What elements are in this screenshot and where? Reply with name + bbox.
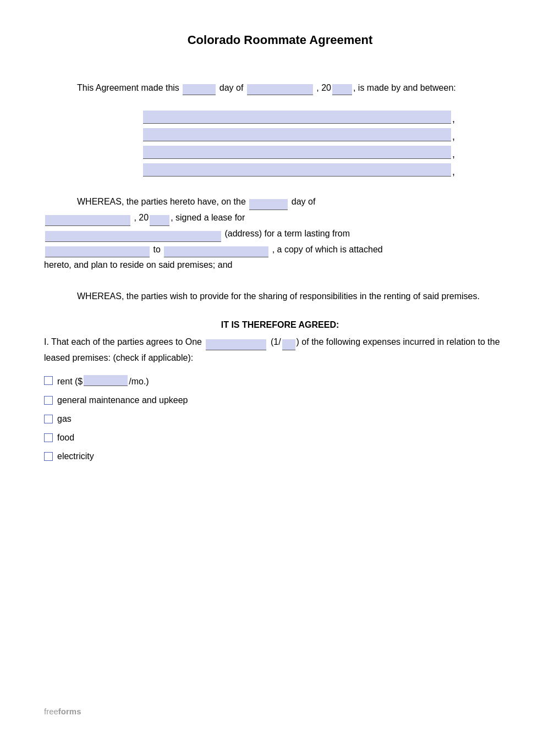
party-3-field[interactable]: [143, 146, 451, 159]
checkbox-gas-label: gas: [57, 415, 72, 423]
intro-text4: , is made by and between:: [353, 83, 456, 92]
year-field[interactable]: [332, 84, 352, 95]
whereas1-text4: , signed a lease for: [171, 213, 245, 222]
checkbox-food-box[interactable]: [44, 433, 53, 442]
whereas1-text7: , a copy of which is attached: [272, 245, 383, 254]
party-1-row: ,: [44, 111, 516, 124]
party-1-field[interactable]: [143, 111, 451, 124]
therefore-text1: I. That each of the parties agrees to On…: [44, 337, 202, 346]
checkbox-gas: gas: [44, 415, 516, 423]
party-2-comma: ,: [452, 131, 455, 141]
fraction-field[interactable]: [206, 339, 266, 350]
party-4-field[interactable]: [143, 163, 451, 177]
agreed-text: I. That each of the parties agrees to On…: [44, 334, 516, 366]
whereas1-year-field[interactable]: [150, 215, 169, 226]
party-3-row: ,: [44, 146, 516, 159]
whereas1-line1: WHEREAS, the parties hereto have, on the…: [44, 194, 516, 210]
whereas1-day-field[interactable]: [249, 199, 288, 210]
whereas1-text1: WHEREAS, the parties hereto have, on the: [77, 197, 246, 206]
whereas1-line3: (address) for a term lasting from: [44, 226, 516, 242]
day-field[interactable]: [183, 84, 216, 95]
party-2-row: ,: [44, 128, 516, 141]
month-field[interactable]: [247, 84, 313, 95]
checkbox-rent: rent ($/mo.): [44, 375, 516, 386]
whereas1-line2: , 20, signed a lease for: [44, 210, 516, 226]
checkbox-maintenance-label: general maintenance and upkeep: [57, 396, 188, 405]
whereas1-line5: hereto, and plan to reside on said premi…: [44, 257, 516, 273]
whereas1-text5: (address) for a term lasting from: [224, 229, 350, 238]
therefore-section: IT IS THEREFORE AGREED: I. That each of …: [44, 320, 516, 366]
party-4-comma: ,: [452, 167, 455, 177]
checkbox-food: food: [44, 433, 516, 442]
intro-paragraph: This Agreement made this day of , 20, is…: [44, 80, 516, 95]
checkbox-gas-box[interactable]: [44, 415, 53, 423]
checkbox-rent-label: rent ($/mo.): [57, 375, 149, 386]
checkbox-list: rent ($/mo.) general maintenance and upk…: [44, 375, 516, 461]
intro-text3: , 20: [316, 83, 331, 92]
party-3-comma: ,: [452, 149, 455, 159]
checkbox-maintenance-box[interactable]: [44, 396, 53, 405]
checkbox-food-label: food: [57, 433, 74, 442]
whereas1-address-field[interactable]: [45, 231, 221, 242]
checkbox-rent-box[interactable]: [44, 376, 53, 385]
checkbox-electricity-label: electricity: [57, 452, 94, 461]
therefore-title: IT IS THEREFORE AGREED:: [44, 320, 516, 330]
checkbox-electricity: electricity: [44, 452, 516, 461]
whereas2-text: WHEREAS, the parties wish to provide for…: [44, 289, 516, 305]
fraction-denominator-field[interactable]: [282, 339, 295, 350]
whereas1-section: WHEREAS, the parties hereto have, on the…: [44, 194, 516, 273]
whereas1-text2: day of: [292, 197, 316, 206]
whereas1-term-start-field[interactable]: [45, 246, 150, 257]
whereas1-text6: to: [153, 245, 163, 254]
whereas1-term-end-field[interactable]: [164, 246, 268, 257]
intro-text2: day of: [219, 83, 244, 92]
footer-free: free: [44, 707, 58, 716]
whereas1-line4: to , a copy of which is attached: [44, 242, 516, 258]
party-2-field[interactable]: [143, 128, 451, 141]
whereas2-section: WHEREAS, the parties wish to provide for…: [44, 289, 516, 305]
party-4-row: ,: [44, 163, 516, 177]
therefore-text2: (1/: [271, 337, 281, 346]
whereas1-month-field[interactable]: [45, 215, 130, 226]
freeforms-footer: freeforms: [44, 707, 81, 716]
whereas1-text3: , 20: [134, 213, 149, 222]
checkbox-electricity-box[interactable]: [44, 452, 53, 461]
party-1-comma: ,: [452, 114, 455, 124]
intro-text1: This Agreement made this: [77, 83, 179, 92]
document-title: Colorado Roommate Agreement: [44, 33, 516, 47]
checkbox-maintenance: general maintenance and upkeep: [44, 396, 516, 405]
rent-amount-field[interactable]: [84, 375, 128, 386]
footer-forms: forms: [58, 707, 81, 716]
